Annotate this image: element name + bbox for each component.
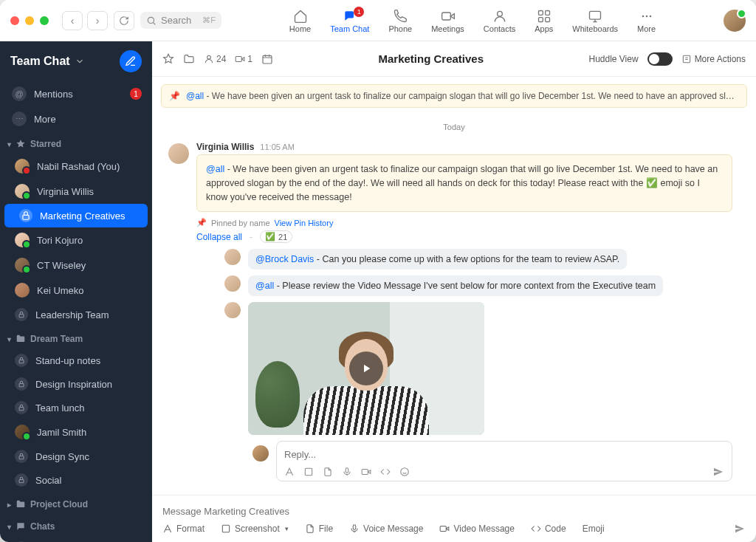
sidebar-title: Team Chat — [10, 55, 70, 68]
refresh-button[interactable] — [114, 11, 134, 30]
chevron-down-icon: ▾ — [7, 523, 11, 531]
sidebar-item-marketing-creatives[interactable]: Marketing Creatives — [4, 204, 148, 227]
reply-toolbar — [284, 463, 724, 478]
video-rec-icon[interactable] — [361, 467, 371, 477]
nav-more[interactable]: More — [637, 8, 656, 33]
section-chats[interactable]: ▾ Chats — [0, 514, 152, 536]
message-author[interactable]: Virginia Willis — [196, 142, 254, 152]
svg-point-10 — [649, 15, 651, 17]
view-pin-history-link[interactable]: View Pin History — [275, 219, 334, 227]
send-icon[interactable] — [712, 466, 724, 478]
sidebar-item-team-lunch[interactable]: Team lunch — [0, 396, 152, 419]
nav-team-chat[interactable]: 1 Team Chat — [330, 8, 369, 33]
nav-contacts[interactable]: Contacts — [484, 8, 515, 33]
mention-all: @all — [186, 91, 204, 101]
lock-icon — [15, 450, 28, 463]
play-icon — [349, 351, 383, 385]
search-input[interactable]: Search ⌘F — [140, 12, 221, 29]
sidebar-item-design-sync[interactable]: Design Sync — [0, 445, 152, 468]
nav-whiteboards[interactable]: Whiteboards — [572, 8, 618, 33]
huddle-toggle[interactable] — [647, 52, 673, 66]
voice-button[interactable]: Voice Message — [349, 524, 423, 534]
compose-input[interactable] — [162, 500, 746, 523]
nav-apps[interactable]: Apps — [535, 8, 553, 33]
format-button[interactable]: Format — [162, 524, 205, 534]
video-count-button[interactable]: 1 — [235, 54, 252, 64]
sidebar-item-brainstorming[interactable]: Brainstorming — [0, 536, 152, 542]
nav-label: Phone — [388, 24, 412, 33]
video-attachment[interactable] — [248, 302, 484, 435]
close-window-button[interactable] — [10, 16, 19, 25]
sidebar-item-virginia[interactable]: Virginia Willis — [0, 179, 152, 204]
channel-header: 24 1 Marketing Creatives Huddle View Mor… — [152, 41, 756, 77]
forward-button[interactable]: › — [87, 11, 108, 30]
profile-avatar[interactable] — [724, 10, 746, 32]
reply-input[interactable] — [284, 446, 724, 463]
section-starred[interactable]: ▾ Starred — [0, 131, 152, 154]
screenshot-icon[interactable] — [303, 467, 314, 477]
sidebar-item-social[interactable]: Social — [0, 468, 152, 492]
sidebar-item-kei[interactable]: Kei Umeko — [0, 278, 152, 303]
svg-rect-16 — [19, 456, 24, 459]
svg-rect-3 — [538, 10, 543, 15]
section-project-cloud[interactable]: ▸ Project Cloud — [0, 492, 152, 514]
mic-icon[interactable] — [342, 467, 352, 477]
minimize-window-button[interactable] — [25, 16, 34, 25]
mention[interactable]: @Brock Davis — [255, 254, 314, 264]
pinned-banner[interactable]: 📌 @all - We have been given an urgent ta… — [161, 84, 747, 108]
avatar-icon[interactable] — [224, 302, 241, 318]
sidebar-item-design-insp[interactable]: Design Inspiration — [0, 372, 152, 396]
more-actions-button[interactable]: More Actions — [681, 54, 746, 64]
emoji-button[interactable]: Emoji — [583, 524, 605, 534]
sidebar-item-label: Nabil Rashad (You) — [37, 161, 120, 172]
collapse-all-link[interactable]: Collapse all — [196, 232, 242, 242]
ellipsis-icon: ⋯ — [12, 112, 27, 126]
sidebar-mentions[interactable]: @ Mentions 1 — [0, 81, 152, 106]
file-button[interactable]: File — [305, 524, 333, 534]
avatar-icon[interactable] — [224, 249, 241, 265]
sidebar-item-nabil[interactable]: Nabil Rashad (You) — [0, 154, 152, 179]
send-button[interactable] — [734, 523, 746, 535]
maximize-window-button[interactable] — [40, 16, 49, 25]
svg-rect-5 — [538, 17, 543, 21]
code-icon[interactable] — [380, 467, 391, 477]
svg-rect-17 — [19, 480, 24, 483]
chevron-down-icon[interactable] — [75, 56, 85, 66]
sidebar-item-standup[interactable]: Stand-up notes — [0, 349, 152, 372]
format-icon[interactable] — [284, 467, 295, 477]
sidebar-item-ct[interactable]: CT Wiseley — [0, 253, 152, 278]
compose-button[interactable] — [120, 50, 142, 72]
avatar-icon[interactable] — [224, 275, 241, 292]
sidebar-item-jamil[interactable]: Jamil Smith — [0, 419, 152, 445]
phone-icon — [392, 8, 408, 24]
files-button[interactable] — [183, 53, 195, 65]
nav-home[interactable]: Home — [289, 8, 311, 33]
reaction-chip[interactable]: ✅ 21 — [260, 230, 292, 243]
back-button[interactable]: ‹ — [62, 11, 83, 30]
file-icon[interactable] — [323, 467, 333, 477]
video-msg-button[interactable]: Video Message — [439, 524, 515, 534]
code-button[interactable]: Code — [531, 524, 566, 534]
svg-rect-26 — [346, 468, 348, 473]
svg-rect-14 — [19, 384, 24, 387]
sidebar-item-leadership[interactable]: Leadership Team — [0, 303, 152, 326]
member-count: 24 — [216, 54, 226, 64]
mention-all[interactable]: @all — [206, 164, 224, 174]
members-button[interactable]: 24 — [204, 54, 226, 64]
lock-icon — [15, 401, 28, 414]
nav-phone[interactable]: Phone — [388, 8, 412, 33]
emoji-icon[interactable] — [399, 467, 410, 477]
avatar-icon — [15, 184, 30, 199]
nav-meetings[interactable]: Meetings — [431, 8, 464, 33]
search-shortcut: ⌘F — [202, 16, 216, 25]
star-channel-button[interactable] — [162, 53, 174, 65]
pin-icon: 📌 — [196, 218, 207, 227]
avatar-icon — [15, 258, 30, 272]
sidebar-item-tori[interactable]: Tori Kojuro — [0, 227, 152, 253]
sidebar-more[interactable]: ⋯ More — [0, 106, 152, 131]
mention[interactable]: @all — [255, 281, 274, 291]
calendar-button[interactable] — [261, 53, 273, 65]
avatar-icon[interactable] — [168, 143, 189, 164]
section-dream-team[interactable]: ▾ Dream Team — [0, 326, 152, 349]
screenshot-button[interactable]: Screenshot▾ — [221, 524, 289, 534]
